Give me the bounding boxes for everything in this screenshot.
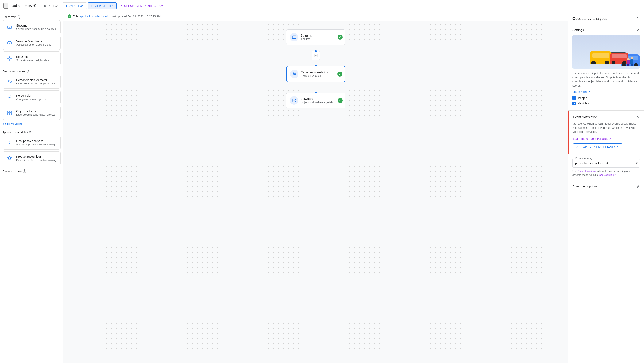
product-recognizer-icon — [5, 154, 14, 163]
checkbox-people: People — [572, 96, 640, 100]
flow-occupancy-icon — [290, 70, 298, 78]
more-options-icon[interactable]: ⋮ — [636, 16, 640, 21]
flow-canvas: Streams 1 source ✓ — [63, 21, 568, 148]
preview-image — [572, 35, 640, 69]
svg-point-21 — [294, 73, 296, 74]
preview-inner — [572, 35, 640, 69]
people-checkbox[interactable] — [572, 96, 576, 100]
view-details-icon: ⊞ — [91, 4, 93, 8]
svg-rect-7 — [10, 81, 12, 82]
connectors-help-icon[interactable]: ? — [18, 15, 21, 19]
svg-point-8 — [9, 96, 10, 97]
occupancy-info: Occupancy analytics Advanced person/vehi… — [16, 139, 55, 146]
specialized-section: Specialized models ? Occupancy analytics… — [2, 131, 60, 165]
right-panel: Occupancy analytics ⋮ Settings ∧ — [568, 12, 644, 363]
advanced-options-collapse-button[interactable]: ∧ — [636, 184, 640, 189]
flow-bigquery-icon — [290, 96, 298, 105]
sidebar-item-product-recognizer[interactable]: Product recognizer Detect items from a p… — [2, 151, 60, 165]
topbar-actions: ▶ DEPLOY ■ UNDEPLOY ⊞ VIEW DETAILS ✦ SET… — [41, 2, 167, 9]
object-detector-icon — [5, 109, 14, 117]
flow-occupancy-info: Occupancy analytics People + vehicles — [301, 71, 328, 78]
event-notification-collapse-button[interactable]: ∧ — [636, 114, 639, 119]
checkbox-vehicles: Vehicles — [572, 102, 640, 105]
flow-node-streams[interactable]: Streams 1 source ✓ — [286, 29, 345, 45]
svg-point-4 — [9, 58, 10, 59]
flow-streams-info: Streams 1 source — [301, 34, 312, 41]
flow-node-bigquery[interactable]: BigQuery projects/visionai-testing-stabl… — [286, 93, 345, 108]
occupancy-icon — [5, 138, 14, 147]
settings-collapse-button[interactable]: ∧ — [636, 27, 640, 32]
sidebar-item-occupancy[interactable]: Occupancy analytics Advanced person/vehi… — [2, 136, 60, 150]
sidebar-item-object-detector[interactable]: Object detector Draw boxes around known … — [2, 106, 60, 120]
pretrained-help-icon[interactable]: ? — [27, 70, 30, 73]
setup-event-icon: ✦ — [120, 4, 123, 8]
right-panel-header: Occupancy analytics ⋮ — [568, 12, 644, 24]
bigquery-icon — [5, 54, 14, 63]
page-title: pub-sub-test-0 — [12, 4, 36, 8]
deploy-icon: ▶ — [44, 4, 46, 8]
setup-event-notification-button[interactable]: SET UP EVENT NOTIFICATION — [573, 143, 622, 150]
settings-header: Settings ∧ — [572, 27, 640, 32]
settings-section: Settings ∧ — [568, 24, 644, 111]
svg-point-2 — [9, 42, 10, 44]
status-bar: This application is deployed . Last upda… — [63, 12, 568, 21]
see-example-link[interactable]: See example — [599, 173, 614, 176]
post-processing-section: Post-processing pub-sub-test-mock-event … — [568, 154, 644, 180]
svg-rect-13 — [10, 113, 12, 115]
pretrained-section-title: Pre-trained models ? — [2, 70, 60, 73]
sidebar-item-person-blur[interactable]: Person blur Anonymize human figures — [2, 90, 60, 104]
post-processing-note: Use Cloud Functions to handle post-proce… — [572, 169, 640, 177]
streams-icon — [5, 23, 14, 32]
post-processing-select-wrapper: Post-processing pub-sub-test-mock-event … — [572, 159, 640, 168]
flow-bigquery-info: BigQuery projects/visionai-testing-stabl… — [301, 97, 336, 104]
undeploy-icon: ■ — [66, 4, 68, 8]
advanced-options-section: Advanced options ∧ — [568, 180, 644, 192]
person-vehicle-icon — [5, 78, 14, 86]
sidebar-item-streams[interactable]: Streams Stream video from multiple sourc… — [2, 20, 60, 34]
sidebar-item-person-vehicle[interactable]: Person/vehicle detector Draw boxes aroun… — [2, 75, 60, 89]
custom-section-title: Custom models ? — [2, 169, 60, 173]
sidebar-item-vision-ai[interactable]: Vision AI Warehouse Assets stored on Goo… — [2, 36, 60, 50]
post-processing-select[interactable]: pub-sub-test-mock-event — [572, 159, 640, 168]
custom-section: Custom models ? — [2, 169, 60, 173]
advanced-options-header: Advanced options ∧ — [572, 184, 640, 189]
bigquery-info: BigQuery Store structured insights data — [16, 55, 49, 62]
undeploy-button[interactable]: ■ UNDEPLOY — [63, 2, 87, 9]
flow-streams-check: ✓ — [338, 35, 342, 40]
back-button[interactable]: ← — [4, 3, 8, 9]
pubsub-external-link-icon: ↗ — [609, 137, 611, 140]
event-notification-desc: Get alerted when certain model events oc… — [573, 122, 639, 134]
sidebar-item-bigquery[interactable]: BigQuery Store structured insights data — [2, 52, 60, 66]
right-panel-title: Occupancy analytics — [572, 17, 607, 21]
svg-rect-1 — [8, 42, 12, 44]
specialized-help-icon[interactable]: ? — [28, 131, 31, 134]
svg-point-23 — [293, 100, 295, 101]
vehicles-checkbox[interactable] — [572, 102, 576, 105]
deployed-link[interactable]: application is deployed — [80, 15, 108, 18]
view-details-button[interactable]: ⊞ VIEW DETAILS — [88, 2, 117, 9]
cloud-functions-link[interactable]: Cloud Functions — [578, 170, 596, 173]
status-dot — [68, 14, 71, 18]
flow-occupancy-check: ✓ — [337, 72, 342, 77]
show-more-button[interactable]: ▾ SHOW MORE — [2, 122, 23, 126]
svg-rect-10 — [8, 111, 9, 113]
panel-description: Uses advanced inputs like zones or lines… — [572, 71, 640, 88]
flow-connector-box[interactable] — [312, 51, 320, 60]
event-notification-section: Event Notification ∧ Get alerted when ce… — [568, 111, 644, 154]
canvas-area[interactable]: This application is deployed . Last upda… — [63, 12, 568, 363]
deploy-button[interactable]: ▶ DEPLOY — [41, 3, 62, 9]
svg-point-20 — [293, 73, 294, 74]
vision-ai-icon — [5, 39, 14, 47]
custom-help-icon[interactable]: ? — [23, 169, 26, 173]
status-prefix: This — [73, 15, 78, 18]
vision-ai-info: Vision AI Warehouse Assets stored on Goo… — [16, 40, 51, 46]
flow-node-occupancy[interactable]: Occupancy analytics People + vehicles ✓ — [286, 66, 345, 82]
flow-segment-1 — [312, 45, 320, 66]
learn-more-link[interactable]: Learn more — [572, 90, 588, 94]
setup-event-button[interactable]: ✦ SET UP EVENT NOTIFICATION — [118, 3, 167, 9]
pretrained-section: Pre-trained models ? Person/vehicle dete… — [2, 70, 60, 120]
flow-streams-icon — [290, 33, 298, 41]
svg-rect-11 — [10, 111, 12, 113]
external-link-icon: ↗ — [588, 91, 590, 94]
pubsub-learn-more-link[interactable]: Learn more about Pub/Sub — [573, 137, 608, 140]
